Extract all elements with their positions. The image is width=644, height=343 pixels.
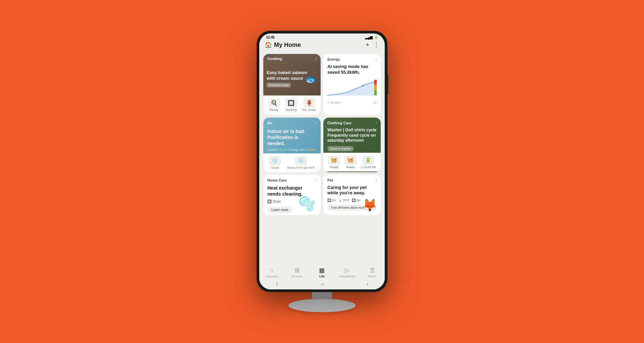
device-body: 12:45 ▂▄▆ 🔋 🏠 My Home + ⋮ — [257, 31, 387, 292]
home-care-card[interactable]: Home Care › Heat exchanger needs cleanin… — [263, 175, 321, 215]
air-icon-1: ❄️ — [269, 156, 281, 165]
scroll-content: Cooking › 🐟 Easy baked salmon with cream… — [259, 51, 385, 264]
appliance-item-1: 🍳 Ready — [268, 98, 280, 112]
appliance-item-2: 🔲 Working — [285, 98, 297, 112]
air-icon-2: ❄️ — [295, 156, 307, 165]
home-button[interactable]: ○ — [321, 281, 324, 287]
menu-icon: ☰ — [370, 267, 375, 274]
app-title: My Home — [274, 42, 301, 49]
home-care-label: Home Care — [267, 178, 287, 182]
nav-automations[interactable]: ▷ Automations — [339, 267, 356, 278]
energy-chart — [323, 77, 381, 100]
svg-rect-2 — [374, 80, 377, 85]
energy-chevron: › — [376, 58, 377, 61]
svg-rect-4 — [374, 90, 377, 95]
energy-card[interactable]: Energy › AI saving mode has saved 55.2kW… — [323, 54, 381, 115]
power-button — [387, 74, 388, 94]
air-label-1: Smart — [271, 166, 279, 169]
nav-life[interactable]: ▦ Life — [314, 267, 330, 278]
clothing-apl-label-2: Ready — [346, 165, 355, 169]
cooking-text-overlay: Easy baked salmon with cream sauce Detai… — [267, 70, 307, 87]
clothing-card-header: Clothing Care › — [323, 118, 381, 126]
air-appliance-2: ❄️ Home 75°F Set 75°F — [287, 156, 315, 169]
back-button[interactable]: ‹ — [367, 281, 368, 287]
clothing-apl-label-3: 1:10:09 left — [361, 165, 376, 169]
life-label: Life — [319, 275, 325, 278]
automations-icon: ▷ — [345, 267, 350, 274]
chart-date-end: 31 — [373, 101, 377, 104]
nav-favorites[interactable]: ☆ Favorites — [263, 267, 280, 278]
device-stand: 12:45 ▂▄▆ 🔋 🏠 My Home + ⋮ — [257, 31, 387, 312]
svg-rect-3 — [374, 85, 377, 90]
bottom-nav: ☆ Favorites ⊞ Devices ▦ Life ▷ Automatio… — [259, 264, 385, 279]
life-icon: ▦ — [319, 267, 325, 274]
status-bar: 12:45 ▂▄▆ 🔋 — [259, 33, 385, 40]
appliance-label-3: On, Smart — [302, 108, 316, 112]
home-care-chevron: › — [316, 178, 317, 182]
chart-labels: 1 January 31 — [323, 100, 381, 107]
header-actions: + ⋮ — [366, 41, 379, 49]
pet-status-label-1: On — [332, 199, 336, 202]
energy-text: AI saving mode has saved 55.2kWh. — [323, 63, 381, 77]
signal-icon: ▂▄▆ — [365, 36, 373, 39]
favorites-icon: ☆ — [269, 267, 274, 274]
nav-devices[interactable]: ⊞ Devices — [288, 267, 305, 278]
pet-status-2: 🌡️ 75°F — [338, 199, 349, 202]
air-title: Indoor air is bad. Purification is neede… — [263, 126, 321, 148]
add-button[interactable]: + — [366, 42, 369, 49]
more-button[interactable]: ⋮ — [373, 41, 379, 49]
nav-menu[interactable]: ☰ Menu — [364, 267, 381, 278]
row-2: Air › Indoor air is bad. Purification is… — [263, 118, 381, 172]
row-1: Cooking › 🐟 Easy baked salmon with cream… — [263, 54, 381, 115]
air-card-header: Air › — [263, 118, 321, 126]
favorites-label: Favorites — [266, 275, 278, 278]
devices-icon: ⊞ — [294, 267, 300, 274]
stand-connector — [312, 292, 332, 299]
appliance-icon-2: 🔲 — [285, 98, 297, 108]
cooking-badge[interactable]: Detailed recipe — [267, 83, 291, 87]
menu-label: Menu — [368, 275, 376, 278]
clothing-card[interactable]: Clothing Care › Washer | Golf shirts cyc… — [323, 118, 381, 172]
clothing-appliances: 🧺 Ready 🧺 Ready 🔋 1:10:09 left — [323, 153, 381, 172]
pet-label: Pet — [327, 178, 333, 182]
row-3: Home Care › Heat exchanger needs cleanin… — [263, 175, 381, 215]
system-bar: ⫶ ○ ‹ — [259, 279, 385, 289]
clothing-icon-3: 🔋 — [362, 155, 374, 165]
status-time: 12:45 — [266, 36, 275, 39]
living-room-value: 61μ/m³ — [307, 148, 316, 151]
cooking-appliances: 🍳 Ready 🔲 Working 🏺 On, Smart — [263, 95, 321, 115]
outdoor-value: 5μ/m³ — [280, 148, 288, 151]
pet-chevron: › — [376, 178, 377, 182]
air-card[interactable]: Air › Indoor air is bad. Purification is… — [263, 118, 321, 172]
washing-machine-illustration: 🫧 — [299, 196, 315, 212]
device-screen: 12:45 ▂▄▆ 🔋 🏠 My Home + ⋮ — [259, 33, 385, 289]
pet-card[interactable]: Pet › Caring for your pet while you're a… — [323, 175, 381, 215]
clothing-appliance-1: 🧺 Ready — [328, 155, 340, 169]
cooking-label: Cooking — [267, 57, 282, 61]
devices-label: Devices — [291, 275, 302, 278]
clothing-badge[interactable]: Send to washer — [327, 146, 354, 151]
cooking-card[interactable]: Cooking › 🐟 Easy baked salmon with cream… — [263, 54, 321, 115]
pet-status-3: 🔲 On — [352, 199, 360, 202]
air-label-2: Home 75°F Set 75°F — [287, 166, 315, 169]
clothing-icon-2: 🧺 — [344, 155, 357, 165]
clothing-apl-label-1: Ready — [330, 165, 338, 169]
air-appliance-1: ❄️ Smart — [269, 156, 281, 169]
pet-icon-2: 🌡️ — [338, 199, 342, 202]
learn-more-button[interactable]: Learn more — [267, 207, 292, 213]
pet-status-label-2: 75°F — [343, 199, 349, 202]
clothing-icon-1: 🧺 — [328, 155, 340, 165]
appliance-label-1: Ready — [270, 108, 278, 112]
automations-label: Automations — [339, 275, 356, 278]
home-icon: 🏠 — [265, 41, 272, 49]
pet-header: Pet › — [323, 175, 381, 184]
pet-icon-1: 🔲 — [327, 199, 331, 202]
recents-button[interactable]: ⫶ — [276, 281, 278, 287]
home-care-header: Home Care › — [263, 175, 321, 184]
dryer-icon: 🔲 — [267, 200, 271, 203]
header: 🏠 My Home + ⋮ — [259, 40, 385, 51]
cooking-chevron: › — [316, 57, 317, 61]
appliance-icon-3: 🏺 — [303, 98, 315, 108]
air-label: Air — [267, 121, 272, 125]
clothing-appliance-2: 🧺 Ready — [344, 155, 357, 169]
